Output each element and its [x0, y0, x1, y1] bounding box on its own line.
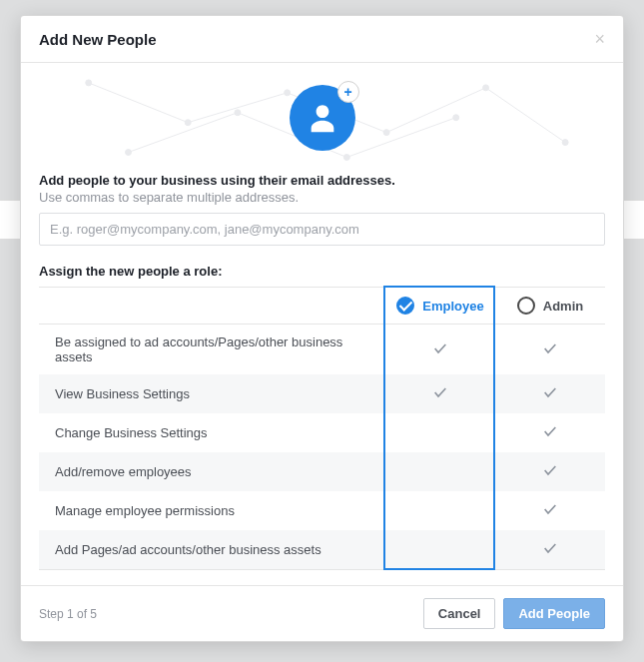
radio-unselected-icon	[517, 297, 535, 315]
permission-admin-cell	[495, 452, 605, 491]
svg-point-13	[562, 140, 568, 146]
svg-point-12	[483, 85, 489, 91]
role-employee-header[interactable]: Employee	[385, 288, 495, 325]
svg-point-8	[86, 80, 92, 86]
assign-role-label: Assign the new people a role:	[39, 264, 605, 279]
permission-admin-cell	[495, 325, 605, 375]
permission-label: Add Pages/ad accounts/other business ass…	[39, 530, 385, 570]
permission-admin-cell	[495, 530, 605, 570]
add-people-modal: Add New People × +	[20, 15, 624, 642]
role-admin-label: Admin	[543, 299, 583, 314]
table-row: Change Business Settings	[39, 413, 605, 452]
role-employee-label: Employee	[422, 299, 483, 314]
close-icon[interactable]: ×	[594, 30, 605, 48]
perm-header-empty	[39, 288, 385, 325]
permission-admin-cell	[495, 374, 605, 413]
permission-employee-cell	[385, 530, 495, 570]
permission-employee-cell	[385, 413, 495, 452]
permission-employee-cell	[385, 452, 495, 491]
svg-point-11	[383, 130, 389, 136]
permission-employee-cell	[385, 374, 495, 413]
svg-point-9	[185, 120, 191, 126]
table-row: Manage employee permissions	[39, 491, 605, 530]
svg-point-16	[343, 155, 349, 161]
email-input[interactable]	[39, 213, 605, 246]
modal-title: Add New People	[39, 31, 157, 48]
svg-line-4	[486, 88, 566, 143]
intro-title: Add people to your business using their …	[39, 173, 605, 188]
permission-admin-cell	[495, 413, 605, 452]
svg-point-10	[285, 90, 291, 96]
intro-subtitle: Use commas to separate multiple addresse…	[39, 190, 605, 205]
svg-line-3	[386, 88, 485, 133]
table-row: Add Pages/ad accounts/other business ass…	[39, 530, 605, 570]
svg-line-1	[188, 93, 287, 123]
permission-label: Be assigned to ad accounts/Pages/other b…	[39, 325, 385, 375]
svg-point-14	[126, 150, 132, 156]
radio-selected-icon	[396, 297, 414, 315]
permission-label: Add/remove employees	[39, 452, 385, 491]
table-row: Add/remove employees	[39, 452, 605, 491]
modal-body: + Add people to your business using thei…	[21, 63, 623, 585]
svg-line-0	[89, 83, 188, 123]
permission-label: Change Business Settings	[39, 413, 385, 452]
person-icon	[306, 101, 339, 135]
permission-label: Manage employee permissions	[39, 491, 385, 530]
modal-footer: Step 1 of 5 Cancel Add People	[21, 585, 623, 641]
permission-table: Employee Admin Be assigned to ad account…	[39, 287, 605, 570]
permission-employee-cell	[385, 325, 495, 375]
svg-point-15	[235, 110, 241, 116]
hero-graphic: +	[39, 63, 605, 173]
plus-icon: +	[337, 81, 359, 103]
table-row: View Business Settings	[39, 374, 605, 413]
modal-header: Add New People ×	[21, 16, 623, 63]
svg-point-17	[453, 115, 459, 121]
role-admin-header[interactable]: Admin	[495, 288, 605, 325]
permission-table-wrapper: Employee Admin Be assigned to ad account…	[39, 287, 605, 570]
permission-employee-cell	[385, 491, 495, 530]
step-indicator: Step 1 of 5	[39, 607, 415, 621]
svg-line-5	[129, 113, 238, 153]
permission-label: View Business Settings	[39, 374, 385, 413]
cancel-button[interactable]: Cancel	[423, 598, 496, 629]
svg-line-7	[346, 118, 455, 158]
add-people-button[interactable]: Add People	[503, 598, 605, 629]
table-row: Be assigned to ad accounts/Pages/other b…	[39, 325, 605, 375]
permission-admin-cell	[495, 491, 605, 530]
person-badge-icon: +	[290, 85, 355, 151]
